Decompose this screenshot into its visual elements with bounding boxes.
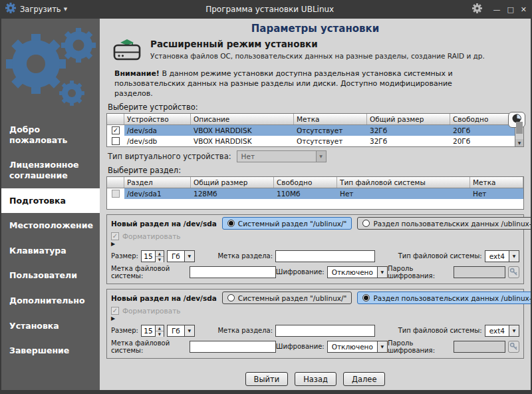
next-button[interactable]: Далее bbox=[343, 372, 386, 386]
chevron-down-icon: ▼ bbox=[509, 325, 519, 336]
spin-up-icon[interactable]: ▲ bbox=[156, 325, 164, 331]
expander-icon[interactable]: ▶ bbox=[111, 315, 519, 322]
partition-table-header: Раздел Общий размер Свободно Тип файлово… bbox=[107, 177, 523, 188]
expander-icon[interactable]: ▶ bbox=[111, 241, 519, 248]
device-checkbox-sda[interactable]: ✓ bbox=[112, 126, 120, 134]
sidebar-item-license[interactable]: Лицензионное соглашение bbox=[1, 152, 100, 188]
chevron-down-icon: ▼ bbox=[377, 267, 387, 278]
app-logo-gear-icon bbox=[5, 3, 16, 16]
header-label: Метка bbox=[294, 114, 367, 124]
sidebar-item-installation[interactable]: Установка bbox=[1, 313, 100, 339]
sidebar-item-keyboard[interactable]: Клавиатура bbox=[1, 238, 100, 264]
fs-label-input[interactable] bbox=[190, 341, 276, 353]
size-unit-select[interactable]: Гб ▼ bbox=[167, 325, 195, 337]
cell-total: 128Мб bbox=[191, 190, 274, 198]
header-device: Устройство bbox=[124, 114, 191, 124]
radio-icon bbox=[362, 220, 370, 227]
user-data-partition-radio-label: Раздел пользовательских данных /ublinux-… bbox=[373, 220, 531, 228]
page-title: Параметры установки bbox=[106, 23, 524, 35]
spin-down-icon[interactable]: ▼ bbox=[156, 331, 164, 337]
fs-type-value: ext4 bbox=[485, 252, 509, 260]
cell-total: 32Гб bbox=[367, 126, 450, 134]
window-content: Добро пожаловать Лицензионное соглашение… bbox=[1, 19, 531, 390]
mode-title: Расширенный режим установки bbox=[150, 39, 485, 49]
spin-down-icon[interactable]: ▼ bbox=[156, 257, 164, 262]
sidebar-item-users[interactable]: Пользователи bbox=[1, 263, 100, 288]
system-partition-radio[interactable]: Системный раздел "/ublinux/" bbox=[222, 217, 352, 230]
fs-type-select[interactable]: ext4 ▼ bbox=[485, 250, 519, 262]
header-partition: Раздел bbox=[124, 177, 191, 188]
header-checkbox-column bbox=[107, 177, 124, 188]
chevron-down-icon: ▼ bbox=[184, 251, 194, 262]
minimize-button[interactable]: — bbox=[493, 5, 500, 14]
user-data-partition-radio-label: Раздел пользовательских данных /ublinux-… bbox=[373, 294, 531, 302]
device-row-sdb[interactable]: /dev/sdb VBOX HARDDISK Отсутствует 32Гб … bbox=[107, 136, 515, 146]
radio-icon bbox=[227, 220, 235, 227]
sidebar-item-additional[interactable]: Дополнительно bbox=[1, 288, 100, 313]
size-label: Размер: bbox=[111, 252, 138, 260]
sidebar-item-preparation[interactable]: Подготовка bbox=[1, 188, 100, 214]
device-table: Устройство Описание Метка Общий размер С… bbox=[106, 113, 515, 147]
size-input[interactable] bbox=[142, 251, 155, 262]
fs-label-label: Метка файловой системы: bbox=[111, 339, 187, 354]
scrollbar-thumb[interactable] bbox=[516, 122, 523, 134]
spin-up-icon[interactable]: ▲ bbox=[156, 251, 164, 257]
size-spinner[interactable]: ▲ ▼ bbox=[141, 325, 164, 337]
size-input[interactable] bbox=[142, 325, 155, 336]
fs-type-select[interactable]: ext4 ▼ bbox=[485, 325, 519, 337]
system-partition-radio[interactable]: Системный раздел "/ublinux/" bbox=[222, 292, 352, 304]
back-button[interactable]: Назад bbox=[295, 372, 336, 386]
header-free: Свободно bbox=[274, 177, 337, 188]
radio-icon bbox=[362, 294, 370, 301]
panel-title: Новый раздел на /dev/sda bbox=[111, 220, 217, 228]
format-checkbox: ✓ bbox=[111, 232, 119, 240]
encryption-select[interactable]: Отключено ▼ bbox=[327, 341, 388, 353]
load-button[interactable]: Загрузить ▼ bbox=[20, 5, 67, 14]
cell-fs-type: Нет bbox=[337, 190, 470, 198]
format-checkbox: ✓ bbox=[111, 307, 119, 315]
settings-gear-icon[interactable] bbox=[472, 3, 482, 16]
scroll-down-icon[interactable]: ▼ bbox=[515, 139, 523, 146]
cell-description: VBOX HARDDISK bbox=[191, 126, 294, 134]
user-data-partition-radio[interactable]: Раздел пользовательских данных /ublinux-… bbox=[357, 217, 531, 230]
encryption-password-input bbox=[454, 266, 505, 278]
encryption-password-label: Пароль шифрования: bbox=[388, 265, 451, 280]
installer-window: Загрузить ▼ Программа установки UBLinux … bbox=[0, 0, 532, 394]
warning-bold: Внимание! bbox=[114, 69, 160, 78]
partition-label-input[interactable] bbox=[275, 325, 375, 337]
cell-free: 110Мб bbox=[274, 190, 337, 198]
cell-free: 20Гб bbox=[450, 126, 515, 134]
fs-type-label: Тип файловой системы: bbox=[398, 252, 482, 260]
partition-row-sda1[interactable]: /dev/sda1 128Мб 110Мб Нет Нет bbox=[107, 188, 523, 199]
maximize-button[interactable]: □ bbox=[507, 5, 513, 14]
header-description: Описание bbox=[191, 114, 294, 124]
sidebar-item-welcome[interactable]: Добро пожаловать bbox=[1, 117, 100, 152]
sidebar-item-finish[interactable]: Завершение bbox=[1, 338, 100, 363]
user-data-partition-radio[interactable]: Раздел пользовательских данных /ublinux-… bbox=[357, 292, 531, 304]
close-button[interactable]: ✕ bbox=[521, 5, 527, 14]
size-unit-select[interactable]: Гб ▼ bbox=[167, 250, 195, 262]
virtual-device-value: Нет bbox=[237, 152, 316, 160]
device-table-header: Устройство Описание Метка Общий размер С… bbox=[107, 114, 515, 125]
size-spinner[interactable]: ▲ ▼ bbox=[141, 250, 164, 262]
fs-label-input[interactable] bbox=[190, 266, 276, 278]
partition-label-label: Метка раздела: bbox=[217, 252, 273, 260]
encryption-password-input bbox=[454, 341, 505, 353]
scrollbar-track[interactable] bbox=[515, 121, 523, 139]
fs-label-label: Метка файловой системы: bbox=[111, 265, 187, 280]
sidebar: Добро пожаловать Лицензионное соглашение… bbox=[1, 19, 100, 390]
cell-description: VBOX HARDDISK bbox=[191, 137, 294, 145]
sidebar-item-location[interactable]: Местоположение bbox=[1, 213, 100, 238]
mode-subtitle: Установка файлов ОС, пользовательских да… bbox=[150, 52, 485, 60]
cell-device: /dev/sdb bbox=[124, 137, 191, 145]
encryption-select[interactable]: Отключено ▼ bbox=[327, 266, 388, 278]
radio-icon bbox=[227, 294, 235, 301]
device-checkbox-sdb[interactable] bbox=[112, 137, 120, 145]
partition-label-input[interactable] bbox=[275, 250, 375, 262]
panel-title: Новый раздел на /dev/sda bbox=[111, 294, 217, 302]
partition-checkbox[interactable] bbox=[112, 190, 120, 198]
device-row-sda[interactable]: ✓ /dev/sda VBOX HARDDISK Отсутствует 32Г… bbox=[107, 125, 515, 136]
key-button bbox=[508, 341, 519, 353]
exit-button[interactable]: Выйти bbox=[245, 372, 289, 386]
table-empty-area bbox=[107, 199, 523, 209]
